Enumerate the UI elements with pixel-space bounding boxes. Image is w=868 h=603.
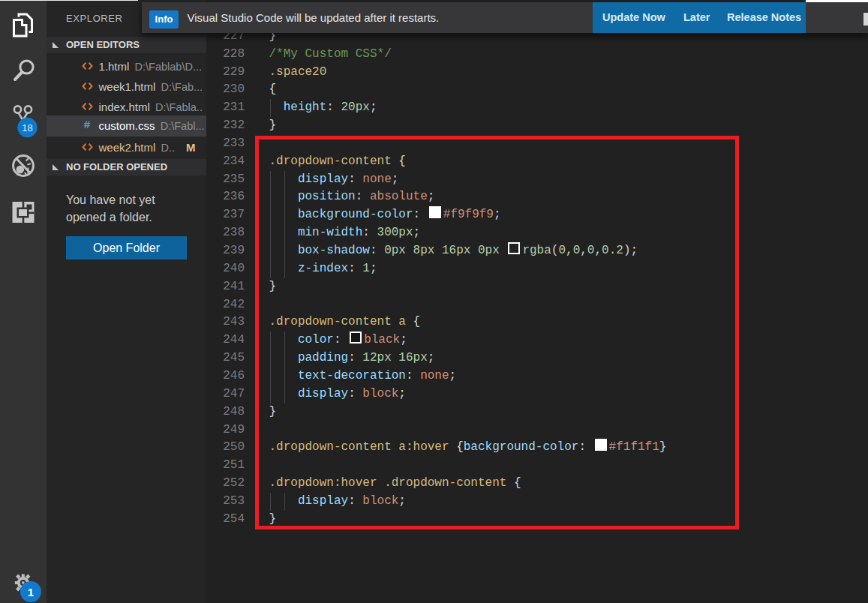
svg-text:18: 18 (22, 122, 32, 134)
svg-text:1: 1 (28, 586, 34, 598)
